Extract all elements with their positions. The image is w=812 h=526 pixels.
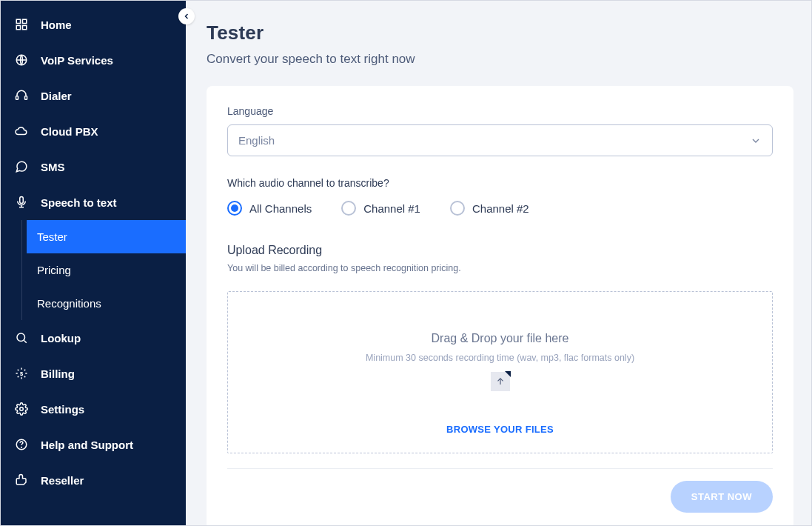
svg-text:$: $ [20, 370, 24, 377]
page-title: Tester [207, 21, 793, 44]
sidebar-item-voip[interactable]: VoIP Services [1, 42, 186, 78]
sidebar-subitem-label: Recognitions [37, 297, 101, 310]
sidebar-subitem-label: Tester [37, 230, 67, 243]
language-select[interactable]: English [227, 124, 773, 156]
sidebar-item-label: Home [41, 19, 72, 31]
language-selected-value: English [238, 134, 275, 147]
radio-all-channels[interactable]: All Channels [227, 201, 312, 216]
sidebar-item-settings[interactable]: Settings [1, 391, 186, 427]
globe-icon [14, 53, 29, 67]
sidebar-item-speech-to-text[interactable]: Speech to text [1, 184, 186, 220]
browse-files-link[interactable]: BROWSE YOUR FILES [446, 424, 554, 435]
sidebar-item-label: Reseller [41, 474, 84, 487]
sidebar-item-billing[interactable]: $ Billing [1, 356, 186, 391]
radio-circle-icon [450, 201, 465, 216]
language-label: Language [227, 105, 773, 117]
sidebar-item-label: Cloud PBX [41, 125, 98, 138]
sidebar-item-sms[interactable]: SMS [1, 149, 186, 184]
svg-rect-1 [23, 19, 27, 23]
card-actions: START NOW [227, 481, 773, 513]
sidebar-item-label: SMS [41, 161, 65, 173]
svg-point-11 [20, 407, 24, 411]
sidebar-submenu-speech: Tester Pricing Recognitions [21, 220, 186, 320]
svg-rect-0 [16, 19, 20, 23]
sidebar-item-label: Settings [41, 403, 84, 416]
sidebar-item-label: Help and Support [41, 439, 133, 451]
svg-rect-3 [23, 26, 27, 30]
sidebar-item-reseller[interactable]: Reseller [1, 462, 186, 498]
sidebar-item-label: Lookup [41, 332, 81, 344]
start-now-button[interactable]: START NOW [671, 481, 773, 513]
sidebar-item-label: Speech to text [41, 196, 117, 209]
sidebar-item-cloud-pbx[interactable]: Cloud PBX [1, 113, 186, 149]
svg-point-8 [17, 333, 25, 342]
wallet-icon: $ [14, 366, 29, 381]
sidebar-item-lookup[interactable]: Lookup [1, 320, 186, 356]
svg-rect-7 [20, 197, 24, 204]
svg-rect-5 [16, 96, 19, 100]
headset-icon [14, 88, 29, 103]
sidebar-item-dialer[interactable]: Dialer [1, 78, 186, 113]
sidebar-subitem-pricing[interactable]: Pricing [22, 253, 186, 287]
dropzone-title: Drag & Drop your file here [432, 332, 569, 345]
chevron-left-icon [182, 12, 191, 21]
sidebar: Home VoIP Services Dialer Cloud PBX SMS … [1, 1, 186, 525]
radio-label: Channel #1 [363, 202, 420, 215]
radio-channel-2[interactable]: Channel #2 [450, 201, 529, 216]
radio-label: Channel #2 [472, 202, 529, 215]
svg-rect-2 [16, 26, 20, 30]
svg-point-13 [21, 447, 22, 447]
upload-section-subtitle: You will be billed according to speech r… [227, 263, 773, 273]
upload-section-title: Upload Recording [227, 244, 773, 257]
cloud-icon [14, 124, 29, 139]
card-divider [227, 468, 773, 469]
radio-label: All Channels [249, 202, 312, 215]
radio-channel-1[interactable]: Channel #1 [341, 201, 420, 216]
gear-icon [14, 402, 29, 416]
chevron-down-icon [750, 135, 762, 147]
page-subtitle: Convert your speech to text right now [207, 52, 793, 67]
sidebar-item-label: VoIP Services [41, 54, 113, 67]
mic-icon [14, 195, 29, 210]
sidebar-subitem-tester[interactable]: Tester [27, 220, 186, 253]
svg-rect-6 [25, 96, 27, 100]
grid-icon [14, 17, 29, 32]
search-icon [14, 330, 29, 345]
svg-line-9 [24, 340, 26, 342]
sidebar-item-help[interactable]: Help and Support [1, 427, 186, 462]
sidebar-subitem-label: Pricing [37, 264, 71, 276]
chat-icon [14, 159, 29, 174]
channel-question: Which audio channel to transcribe? [227, 177, 773, 189]
sidebar-collapse-toggle[interactable] [178, 8, 195, 24]
upload-dropzone[interactable]: Drag & Drop your file here Minimum 30 se… [227, 291, 773, 453]
sidebar-subitem-recognitions[interactable]: Recognitions [22, 287, 186, 320]
sidebar-item-label: Billing [41, 367, 75, 380]
thumb-icon [14, 473, 29, 487]
sidebar-item-home[interactable]: Home [1, 7, 186, 42]
dropzone-subtitle: Minimum 30 seconds recording time (wav, … [366, 353, 634, 363]
tester-card: Language English Which audio channel to … [207, 86, 793, 525]
channel-radio-group: All Channels Channel #1 Channel #2 [227, 201, 773, 216]
radio-circle-icon [227, 201, 242, 216]
upload-file-icon [491, 372, 510, 391]
main-content: Tester Convert your speech to text right… [186, 1, 811, 525]
sidebar-item-label: Dialer [41, 90, 72, 102]
question-icon [14, 437, 29, 452]
radio-circle-icon [341, 201, 356, 216]
